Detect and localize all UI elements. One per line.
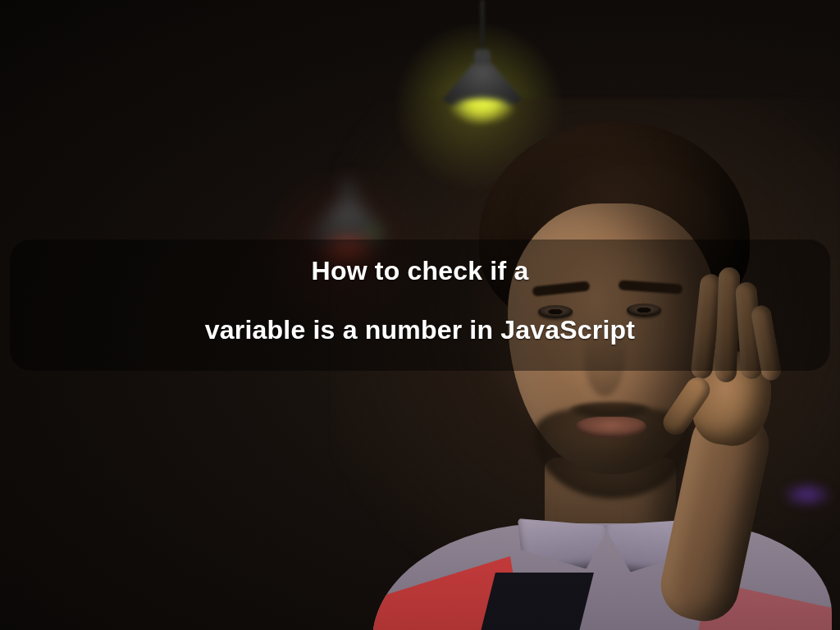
title-line-1: How to check if a xyxy=(26,254,814,287)
title-overlay: How to check if a variable is a number i… xyxy=(10,240,830,371)
title-line-2: variable is a number in JavaScript xyxy=(26,313,814,346)
